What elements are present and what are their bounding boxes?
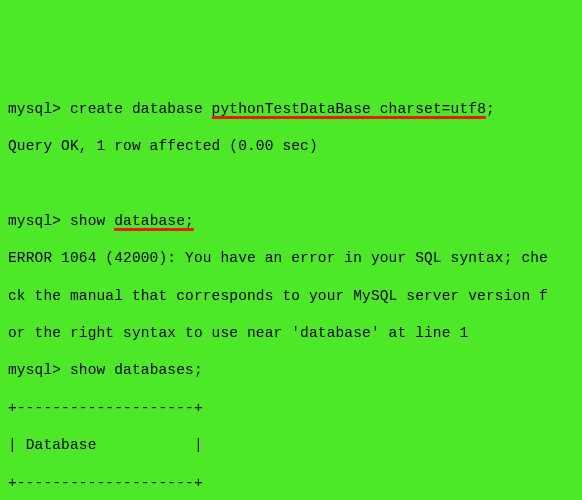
table-separator: +--------------------+ — [8, 474, 574, 493]
cmd-text: show databases; — [70, 362, 203, 378]
prompt: mysql> — [8, 101, 70, 117]
cmd-text: show — [70, 213, 114, 229]
error-line: or the right syntax to use near 'databas… — [8, 324, 574, 343]
command-line: mysql> show database; — [8, 212, 574, 231]
cmd-text: create database — [70, 101, 212, 117]
highlight-create-db: pythonTestDataBase charset=utf8 — [212, 100, 486, 119]
command-line: mysql> create database pythonTestDataBas… — [8, 100, 574, 119]
prompt: mysql> — [8, 362, 70, 378]
blank-line — [8, 174, 574, 193]
terminal-output: mysql> create database pythonTestDataBas… — [8, 81, 574, 500]
table-header: | Database | — [8, 436, 574, 455]
table-separator: +--------------------+ — [8, 399, 574, 418]
query-ok: Query OK, 1 row affected (0.00 sec) — [8, 137, 574, 156]
cmd-text: ; — [486, 101, 495, 117]
command-line: mysql> show databases; — [8, 361, 574, 380]
highlight-show-database: database; — [114, 212, 194, 231]
prompt: mysql> — [8, 213, 70, 229]
error-line: ck the manual that corresponds to your M… — [8, 287, 574, 306]
error-line: ERROR 1064 (42000): You have an error in… — [8, 249, 574, 268]
